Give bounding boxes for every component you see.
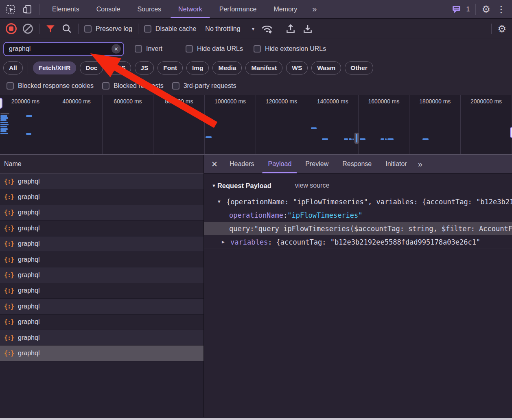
request-timeline-mark: [0, 115, 7, 117]
json-braces-icon: {:}: [4, 303, 14, 310]
chip-wasm[interactable]: Wasm: [311, 61, 341, 74]
request-row-graphql-6[interactable]: {:}graphql: [0, 252, 203, 267]
name-column-header[interactable]: Name: [0, 155, 203, 174]
detail-tab-preview[interactable]: Preview: [298, 155, 335, 173]
inspect-element-icon[interactable]: [3, 2, 18, 17]
payload-tree-row[interactable]: ▼{operationName: "ipFlowTimeseries", var…: [204, 195, 512, 208]
hide-extension-urls-checkbox[interactable]: Hide extension URLs: [254, 45, 326, 52]
json-braces-icon: {:}: [4, 287, 14, 294]
timeline-left-handle[interactable]: [0, 98, 2, 109]
3rd-party-requests-checkbox[interactable]: 3rd-party requests: [172, 82, 236, 90]
checkbox[interactable]: [84, 25, 92, 33]
request-row-graphql-10[interactable]: {:}graphql: [0, 315, 203, 330]
request-payload-section[interactable]: ▼ Request Payload view source: [204, 179, 512, 192]
collapsed-triangle-icon[interactable]: ▶: [222, 239, 229, 245]
device-toolbar-icon[interactable]: [20, 2, 35, 17]
import-har-icon[interactable]: [285, 23, 296, 35]
hide-data-urls-checkbox[interactable]: Hide data URLs: [186, 45, 243, 52]
divider: [279, 24, 279, 34]
checkbox[interactable]: [102, 82, 109, 90]
bottom-scrollbar-strip[interactable]: [0, 418, 512, 420]
chip-all[interactable]: All: [3, 61, 23, 74]
checkbox[interactable]: [144, 25, 151, 33]
request-name: graphql: [18, 271, 39, 279]
throttling-dropdown[interactable]: No throttling ▼: [205, 25, 255, 33]
chip-manifest[interactable]: Manifest: [245, 61, 282, 74]
request-timeline-mark: [344, 138, 348, 140]
payload-tree-row[interactable]: query: "query ipFlowTimeseries($accountT…: [204, 222, 512, 235]
request-row-graphql-4[interactable]: {:}graphql: [0, 221, 203, 236]
chip-fetch-xhr[interactable]: Fetch/XHR: [33, 61, 76, 74]
network-settings-gear-icon[interactable]: ⚙: [497, 24, 506, 34]
clear-network-log-icon[interactable]: [22, 23, 33, 34]
filter-input-box: ✕: [3, 42, 124, 56]
filter-input[interactable]: [4, 43, 123, 55]
disable-cache-checkbox[interactable]: Disable cache: [144, 25, 197, 33]
timeline-right-handle[interactable]: [510, 127, 512, 138]
request-timeline-mark: [0, 113, 9, 114]
blocked-response-cookies-checkbox[interactable]: Blocked response cookies: [7, 82, 94, 90]
detail-tab-response[interactable]: Response: [335, 155, 379, 173]
record-button[interactable]: [6, 23, 17, 34]
chip-img[interactable]: Img: [186, 61, 209, 74]
payload-tree-row[interactable]: operationName: "ipFlowTimeseries": [204, 208, 512, 222]
request-row-graphql-3[interactable]: {:}graphql: [0, 205, 203, 221]
tab-console[interactable]: Console: [88, 0, 129, 18]
chip-css[interactable]: CSS: [107, 61, 131, 74]
request-row-graphql-9[interactable]: {:}graphql: [0, 299, 203, 314]
checkbox[interactable]: [186, 45, 193, 52]
filter-funnel-icon[interactable]: [45, 24, 56, 34]
tab-elements[interactable]: Elements: [44, 0, 88, 18]
request-row-graphql-8[interactable]: {:}graphql: [0, 283, 203, 299]
chip-doc[interactable]: Doc: [80, 61, 103, 74]
issues-message-icon[interactable]: [449, 2, 464, 17]
more-panels-icon[interactable]: »: [308, 4, 320, 14]
network-overview-timeline[interactable]: 200000 ms400000 ms600000 ms800000 ms1000…: [0, 95, 512, 154]
checkbox[interactable]: [172, 82, 179, 90]
search-icon[interactable]: [61, 23, 72, 34]
tab-memory[interactable]: Memory: [265, 0, 306, 18]
request-name: graphql: [18, 178, 39, 185]
blocked-requests-checkbox[interactable]: Blocked requests: [102, 82, 164, 90]
request-name: graphql: [18, 193, 39, 201]
tab-network[interactable]: Network: [170, 0, 211, 18]
checkbox[interactable]: [7, 82, 14, 90]
chip-media[interactable]: Media: [212, 61, 242, 74]
chip-js[interactable]: JS: [135, 61, 154, 74]
request-row-graphql-7[interactable]: {:}graphql: [0, 267, 203, 283]
settings-gear-icon[interactable]: ⚙: [481, 4, 490, 14]
checkbox[interactable]: [254, 45, 261, 52]
more-detail-tabs-icon[interactable]: »: [414, 160, 426, 169]
chip-ws[interactable]: WS: [286, 61, 308, 74]
detail-tab-initiator[interactable]: Initiator: [379, 155, 414, 173]
request-name: graphql: [18, 240, 39, 247]
chip-font[interactable]: Font: [158, 61, 183, 74]
request-row-graphql-2[interactable]: {:}graphql: [0, 189, 203, 205]
request-row-graphql-5[interactable]: {:}graphql: [0, 236, 203, 252]
payload-tree-row[interactable]: ▶variables: {accountTag: "b12e3b2192ee55…: [204, 235, 512, 249]
tab-sources[interactable]: Sources: [129, 0, 170, 18]
request-row-graphql-11[interactable]: {:}graphql: [0, 330, 203, 346]
preserve-log-checkbox[interactable]: Preserve log: [84, 25, 132, 33]
network-conditions-icon[interactable]: [261, 23, 273, 34]
request-row-graphql-12[interactable]: {:}graphql: [0, 346, 203, 361]
timeline-tick: 1600000 ms: [359, 95, 410, 154]
expanded-triangle-icon[interactable]: ▼: [218, 199, 225, 204]
invert-checkbox[interactable]: Invert: [135, 45, 162, 52]
export-har-icon[interactable]: [302, 23, 313, 35]
kebab-menu-icon[interactable]: ⋮: [494, 4, 508, 14]
chip-other[interactable]: Other: [345, 61, 373, 74]
clear-filter-icon[interactable]: ✕: [112, 44, 121, 54]
request-row-graphql-1[interactable]: {:}graphql: [0, 174, 203, 189]
timeline-tick: 1000000 ms: [205, 95, 256, 154]
json-braces-icon: {:}: [4, 318, 14, 326]
json-braces-icon: {:}: [4, 271, 14, 279]
collapse-triangle-icon[interactable]: ▼: [212, 183, 216, 188]
close-detail-icon[interactable]: ✕: [206, 155, 223, 173]
view-source-link[interactable]: view source: [295, 182, 329, 189]
detail-tab-payload[interactable]: Payload: [261, 155, 298, 173]
tab-performance[interactable]: Performance: [211, 0, 265, 18]
detail-tab-headers[interactable]: Headers: [223, 155, 261, 173]
topbar-right-cluster: 1 ⚙ ⋮: [449, 2, 508, 17]
checkbox[interactable]: [135, 45, 142, 52]
